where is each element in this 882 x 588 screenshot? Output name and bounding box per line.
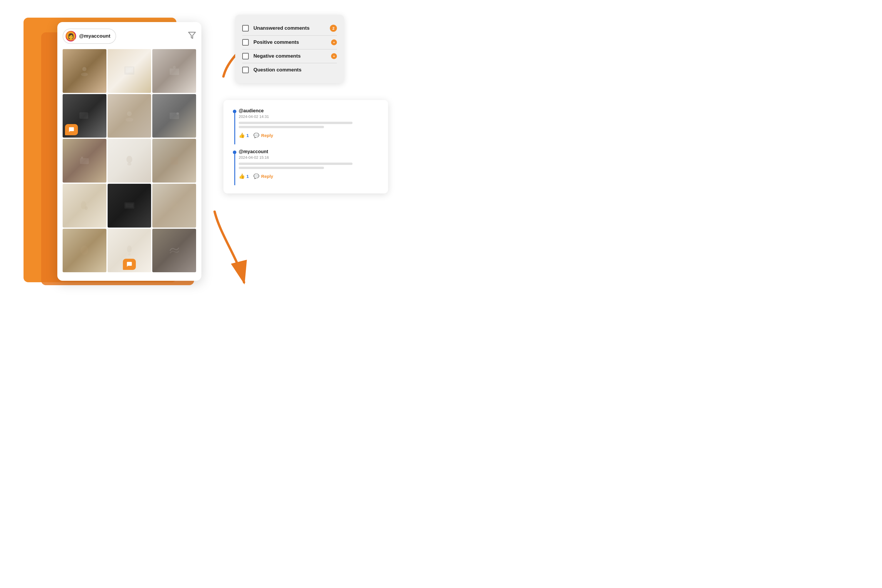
filter-item-question[interactable]: Question comments (242, 63, 337, 77)
svg-marker-5 (189, 32, 195, 39)
photo-cell[interactable] (152, 229, 196, 273)
svg-rect-29 (128, 253, 130, 255)
photo-cell[interactable] (108, 184, 152, 228)
svg-point-4 (75, 39, 75, 39)
comment-time-2: 2024-04-02 15:16 (239, 155, 381, 160)
thread-line-container-2 (231, 149, 239, 185)
photo-cell[interactable] (63, 229, 106, 273)
svg-point-14 (126, 118, 133, 122)
svg-rect-10 (170, 69, 179, 75)
reply-label-2: Reply (261, 174, 273, 179)
svg-point-13 (127, 111, 132, 116)
filter-checkbox-negative[interactable] (242, 53, 249, 59)
filter-badge-positive: + (331, 39, 337, 45)
like-icon-1: 👍 (239, 132, 245, 138)
photo-cell[interactable] (108, 229, 152, 273)
svg-point-26 (171, 202, 178, 209)
filter-item-negative[interactable]: Negative comments + (242, 50, 337, 63)
photo-cell[interactable] (108, 94, 152, 138)
svg-point-27 (81, 246, 88, 255)
reply-label-1: Reply (261, 133, 273, 138)
panel-header: 👩 @myaccount (63, 28, 196, 44)
filter-checkbox-positive[interactable] (242, 39, 249, 46)
photo-cell[interactable] (63, 94, 106, 138)
photo-cell[interactable] (152, 139, 196, 183)
filter-badge-unanswered: 2 (330, 25, 337, 32)
photo-cell[interactable] (152, 184, 196, 228)
comment-text-line (239, 167, 324, 169)
comment-actions-1: 👍 1 💬 Reply (239, 132, 381, 138)
filter-label-positive: Positive comments (254, 39, 326, 45)
svg-rect-18 (81, 157, 83, 159)
svg-rect-21 (171, 157, 178, 165)
like-count-1: 1 (246, 133, 249, 138)
filter-button[interactable] (188, 31, 196, 41)
reply-button-2[interactable]: 💬 Reply (254, 174, 273, 179)
thread-line-1 (234, 113, 235, 144)
svg-rect-17 (80, 158, 89, 164)
notification-badge-1 (65, 124, 78, 135)
svg-rect-9 (126, 68, 133, 73)
like-count-2: 1 (246, 174, 249, 179)
filter-checkbox-unanswered[interactable] (242, 25, 249, 32)
comment-text-lines-2 (239, 163, 381, 169)
comment-username-1: @audience (239, 108, 381, 114)
svg-point-11 (173, 66, 176, 69)
comment-text-line (239, 163, 352, 165)
thread-dot-1 (233, 110, 236, 113)
comment-thread-1: @audience 2024-04-02 14:31 👍 1 💬 Reply (231, 108, 381, 144)
like-icon-2: 👍 (239, 173, 245, 179)
reply-bubble-icon-2: 💬 (254, 174, 259, 179)
photo-cell[interactable] (152, 49, 196, 93)
svg-point-20 (127, 163, 131, 165)
svg-point-7 (81, 73, 88, 76)
svg-rect-23 (85, 206, 88, 210)
filter-badge-negative: + (331, 53, 337, 59)
like-button-2[interactable]: 👍 1 (239, 173, 249, 179)
comment-content-1: @audience 2024-04-02 14:31 👍 1 💬 Reply (239, 108, 381, 144)
comment-divider (231, 144, 381, 149)
photo-cell[interactable] (63, 49, 106, 93)
thread-line-2 (234, 154, 235, 185)
photo-cell[interactable] (108, 139, 152, 183)
thread-line-container-1 (231, 108, 239, 144)
filter-dropdown-panel: Unanswered comments 2 Positive comments … (235, 15, 344, 83)
filter-checkbox-question[interactable] (242, 67, 249, 73)
instagram-badge (73, 38, 76, 42)
instagram-panel: 👩 @myaccount (57, 22, 201, 281)
photo-cell[interactable] (63, 139, 106, 183)
filter-label-unanswered: Unanswered comments (254, 25, 325, 31)
comment-text-lines-1 (239, 122, 381, 128)
comment-time-1: 2024-04-02 14:31 (239, 114, 381, 119)
comment-panel: @audience 2024-04-02 14:31 👍 1 💬 Reply (224, 100, 388, 194)
photo-cell[interactable] (152, 94, 196, 138)
filter-label-question: Question comments (254, 67, 337, 73)
photo-cell[interactable] (63, 184, 106, 228)
reply-button-1[interactable]: 💬 Reply (254, 133, 273, 138)
like-button-1[interactable]: 👍 1 (239, 132, 249, 138)
svg-rect-2 (74, 39, 76, 42)
photo-grid (63, 49, 196, 272)
svg-point-6 (82, 67, 86, 71)
comment-content-2: @myaccount 2024-04-02 15:16 👍 1 💬 Reply (239, 149, 381, 185)
comment-actions-2: 👍 1 💬 Reply (239, 173, 381, 179)
account-name: @myaccount (79, 33, 110, 39)
svg-point-16 (176, 112, 179, 115)
filter-item-unanswered[interactable]: Unanswered comments 2 (242, 21, 337, 36)
comment-thread-2: @myaccount 2024-04-02 15:16 👍 1 💬 Reply (231, 149, 381, 185)
avatar: 👩 (66, 31, 76, 42)
reply-bubble-icon-1: 💬 (254, 133, 259, 138)
comment-username-2: @myaccount (239, 149, 381, 154)
account-box[interactable]: 👩 @myaccount (63, 28, 116, 44)
comment-text-line (239, 126, 324, 128)
filter-item-positive[interactable]: Positive comments + (242, 36, 337, 50)
comment-text-line (239, 122, 352, 124)
svg-point-28 (127, 246, 132, 252)
svg-rect-25 (126, 204, 133, 208)
photo-cell[interactable] (108, 49, 152, 93)
notification-badge-2 (123, 259, 136, 270)
filter-label-negative: Negative comments (254, 53, 326, 59)
thread-dot-2 (233, 150, 236, 154)
svg-rect-12 (80, 112, 88, 119)
svg-point-19 (126, 156, 132, 163)
